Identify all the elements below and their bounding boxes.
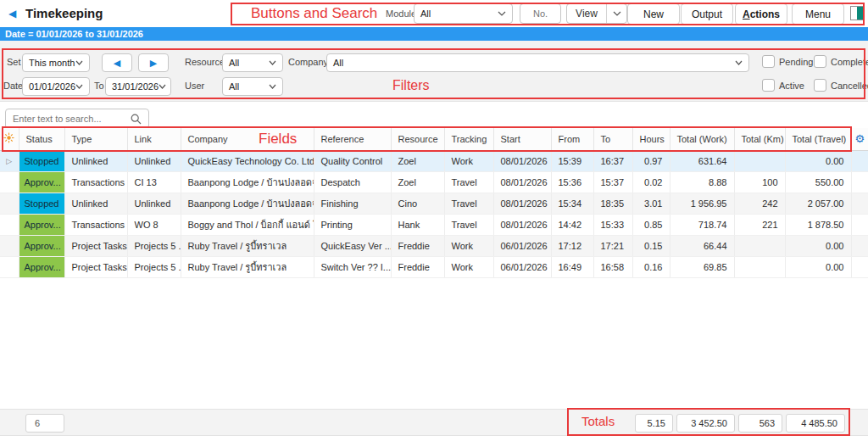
cell-gear-spacer — [851, 150, 868, 171]
cell-link: Projects 5 ... — [127, 235, 181, 256]
cell-link: Unlinked — [127, 193, 181, 214]
chevron-down-icon[interactable] — [606, 4, 626, 23]
date-from-select[interactable]: 01/01/2026 — [22, 77, 90, 96]
table-row[interactable]: Approv...TransactionsWO 8Boggy and Thol … — [0, 214, 868, 235]
table-row[interactable]: StoppedUnlinkedUnlinkedBaanpong Lodge / … — [0, 193, 868, 214]
row-expand-arrow[interactable] — [0, 171, 19, 193]
cell-link: Unlinked — [127, 150, 181, 171]
row-expand-arrow[interactable] — [0, 214, 19, 235]
column-header-hours[interactable]: Hours — [632, 128, 670, 150]
search-box[interactable] — [5, 109, 149, 129]
new-button[interactable]: New — [627, 3, 680, 25]
company-label: Company — [288, 57, 328, 67]
cell-from: 17:12 — [551, 235, 593, 256]
search-icon[interactable] — [131, 114, 142, 125]
column-header-type[interactable]: Type — [64, 128, 127, 150]
cell-reference: Switch Ver ?? I... — [314, 256, 391, 277]
cell-link: WO 8 — [127, 214, 181, 235]
cell-tracking: Work — [444, 235, 493, 256]
cell-reference: Despatch — [314, 171, 391, 193]
total-km-box: 563 — [738, 414, 782, 433]
table-row[interactable]: Approv...TransactionsCI 13Baanpong Lodge… — [0, 171, 868, 193]
pending-checkbox[interactable] — [762, 55, 775, 68]
sun-icon[interactable] — [0, 128, 19, 150]
complete-checkbox[interactable] — [814, 55, 826, 68]
row-expand-arrow[interactable] — [0, 256, 19, 277]
previous-period-button[interactable]: ◀ — [102, 53, 132, 72]
pending-checkbox-label: Pending — [779, 57, 813, 67]
module-label: Module — [386, 8, 416, 19]
date-to-value: 31/01/2026 — [112, 81, 159, 92]
cell-reference: Quality Control — [314, 150, 391, 171]
cell-from: 15:34 — [551, 193, 593, 214]
resource-select[interactable]: All — [222, 53, 283, 72]
view-button-label: View — [567, 4, 606, 23]
search-input[interactable] — [13, 114, 131, 124]
menu-button[interactable]: Menu — [792, 3, 844, 25]
column-header-total-travel[interactable]: Total (Travel) — [785, 128, 851, 150]
panel-toggle-icon[interactable] — [850, 6, 865, 20]
next-period-button[interactable]: ▶ — [138, 53, 169, 72]
cell-total-km — [734, 150, 785, 171]
cell-from: 14:42 — [551, 214, 593, 235]
row-expand-arrow[interactable]: ▷ — [0, 150, 19, 171]
new-button-label: New — [643, 8, 664, 20]
cell-reference: QuickEasy Ver ... — [314, 235, 391, 256]
cell-tracking: Work — [444, 256, 493, 277]
cell-hours: 0.02 — [632, 171, 670, 193]
next-arrow-icon: ▶ — [150, 58, 157, 69]
column-header-company[interactable]: Company — [181, 128, 314, 150]
cell-to: 15:37 — [593, 171, 632, 193]
active-checkbox[interactable] — [762, 79, 775, 92]
filter-band: Set This month ◀ ▶ Resource All Company … — [0, 41, 868, 102]
company-select[interactable]: All — [326, 53, 749, 72]
cancelled-checkbox[interactable] — [814, 79, 826, 92]
column-header-from[interactable]: From — [551, 128, 593, 150]
active-checkbox-label: Active — [779, 81, 804, 91]
chevron-down-icon — [269, 60, 276, 65]
column-header-to[interactable]: To — [593, 128, 632, 150]
column-header-status[interactable]: Status — [19, 128, 64, 150]
cell-link: Projects 5 ... — [127, 256, 181, 277]
row-expand-arrow[interactable] — [0, 235, 19, 256]
output-button[interactable]: Output — [681, 3, 733, 25]
cell-gear-spacer — [851, 171, 868, 193]
back-arrow-icon[interactable]: ◀ — [8, 8, 16, 20]
table-row[interactable]: Approv...Project TasksProjects 5 ...Ruby… — [0, 256, 868, 277]
column-header-reference[interactable]: Reference — [314, 128, 391, 150]
column-header-resource[interactable]: Resource — [391, 128, 444, 150]
cell-total-work: 1 956.95 — [670, 193, 734, 214]
cell-total-km — [734, 256, 785, 277]
cell-company: Ruby Travel / รูบี้ทราเวล — [181, 256, 314, 277]
chevron-down-icon — [735, 60, 743, 65]
column-header-link[interactable]: Link — [127, 128, 181, 150]
actions-button[interactable]: Actions — [735, 3, 787, 25]
cell-to: 18:35 — [593, 193, 632, 214]
user-select[interactable]: All — [222, 77, 283, 96]
page-title: Timekeeping — [25, 6, 103, 20]
date-to-select[interactable]: 31/01/2026 — [105, 77, 171, 96]
table-row[interactable]: ▷StoppedUnlinkedUnlinkedQuickEasy Techno… — [0, 150, 868, 171]
set-period-select[interactable]: This month — [22, 53, 90, 72]
table-row[interactable]: Approv...Project TasksProjects 5 ...Ruby… — [0, 235, 868, 256]
view-split-button[interactable]: View — [566, 3, 627, 24]
module-select[interactable]: All — [414, 3, 513, 24]
column-header-start[interactable]: Start — [493, 128, 551, 150]
column-header-total-work[interactable]: Total (Work) — [670, 128, 734, 150]
status-badge: Approv... — [19, 171, 64, 193]
status-badge: Stopped — [19, 193, 64, 214]
cell-gear-spacer — [851, 214, 868, 235]
cell-total-km — [734, 235, 785, 256]
cell-type: Project Tasks — [64, 256, 127, 277]
cell-type: Unlinked — [64, 150, 127, 171]
row-count-box[interactable]: 6 — [25, 414, 64, 433]
column-header-tracking[interactable]: Tracking — [444, 128, 493, 150]
row-expand-arrow[interactable] — [0, 193, 19, 214]
date-filter-banner: Date = 01/01/2026 to 31/01/2026 — [0, 27, 868, 41]
cell-gear-spacer — [851, 235, 868, 256]
column-chooser-gear-icon[interactable]: ⚙ — [851, 128, 868, 150]
number-input[interactable] — [520, 3, 561, 24]
column-header-total-km[interactable]: Total (Km) — [734, 128, 785, 150]
cell-hours: 0.97 — [632, 150, 670, 171]
status-badge: Approv... — [19, 235, 64, 256]
